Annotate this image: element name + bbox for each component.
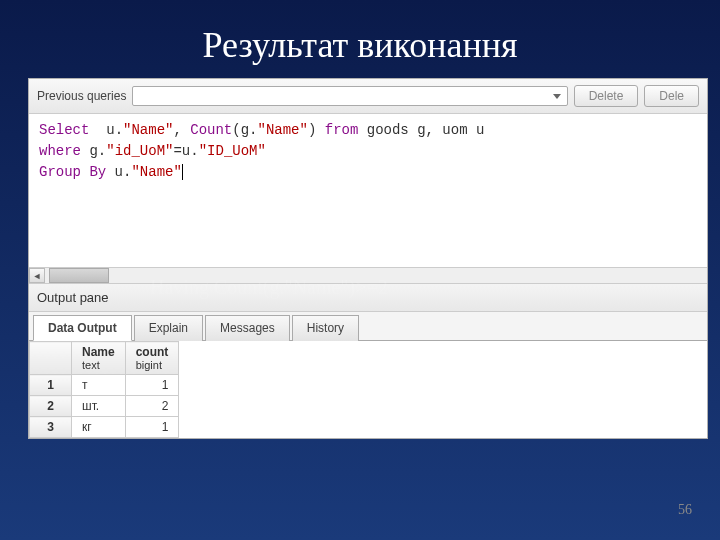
column-header-count[interactable]: count bigint — [125, 342, 179, 375]
cell-count[interactable]: 1 — [125, 375, 179, 396]
toolbar: Previous queries Delete Dele — [29, 79, 707, 114]
query-tool-window: Previous queries Delete Dele Select u."N… — [28, 78, 708, 439]
row-number[interactable]: 1 — [30, 375, 72, 396]
table-row: 2 шт. 2 — [30, 396, 179, 417]
output-pane-header: Output pane — [29, 284, 707, 312]
row-number[interactable]: 3 — [30, 417, 72, 438]
slide-title: Результат виконання — [0, 0, 720, 80]
cell-count[interactable]: 1 — [125, 417, 179, 438]
tab-explain[interactable]: Explain — [134, 315, 203, 341]
tab-history[interactable]: History — [292, 315, 359, 341]
sql-editor[interactable]: Select u."Name", Count(g."Name") from go… — [29, 114, 707, 284]
horizontal-scrollbar[interactable]: ◄ — [29, 267, 707, 283]
delete-button[interactable]: Delete — [574, 85, 639, 107]
scroll-left-icon[interactable]: ◄ — [29, 268, 45, 283]
column-header-name[interactable]: Name text — [72, 342, 126, 375]
tab-messages[interactable]: Messages — [205, 315, 290, 341]
previous-queries-dropdown[interactable] — [132, 86, 567, 106]
cell-name[interactable]: кг — [72, 417, 126, 438]
grid-corner — [30, 342, 72, 375]
page-number: 56 — [678, 502, 692, 518]
sql-text: Select u."Name", Count(g."Name") from go… — [29, 114, 707, 189]
previous-queries-label: Previous queries — [37, 89, 126, 103]
row-number[interactable]: 2 — [30, 396, 72, 417]
output-tabs: Data Output Explain Messages History — [29, 312, 707, 341]
table-row: 3 кг 1 — [30, 417, 179, 438]
cell-count[interactable]: 2 — [125, 396, 179, 417]
table-row: 1 т 1 — [30, 375, 179, 396]
cell-name[interactable]: шт. — [72, 396, 126, 417]
cell-name[interactable]: т — [72, 375, 126, 396]
grid-header-row: Name text count bigint — [30, 342, 179, 375]
result-grid: Name text count bigint 1 т 1 2 шт. 2 3 — [29, 341, 707, 438]
tab-data-output[interactable]: Data Output — [33, 315, 132, 341]
delete-all-button[interactable]: Dele — [644, 85, 699, 107]
scroll-thumb[interactable] — [49, 268, 109, 283]
